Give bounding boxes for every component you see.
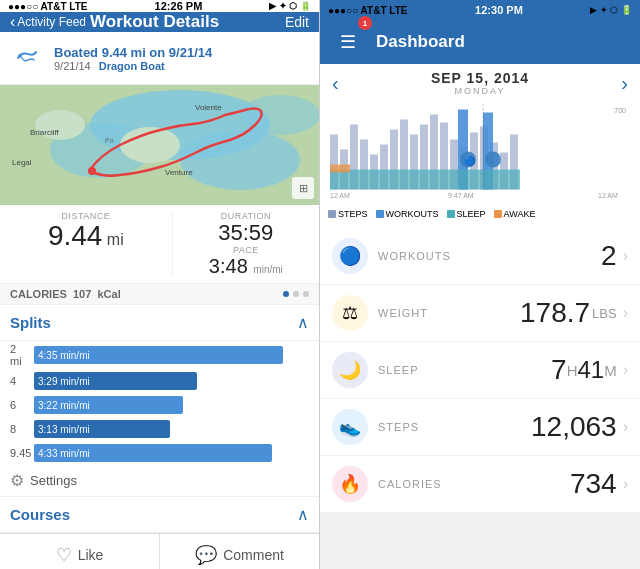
courses-title: Courses <box>10 506 70 523</box>
settings-row[interactable]: ⚙ Settings <box>0 465 319 496</box>
sleep-value-m: 41 <box>577 356 604 384</box>
nav-placeholder <box>600 20 630 64</box>
svg-text:Po: Po <box>105 137 114 144</box>
duration-value: 35:59 <box>183 221 309 245</box>
split-bar-container-4: 3:13 min/mi <box>34 420 305 438</box>
back-button[interactable]: ‹ Activity Feed <box>10 13 86 31</box>
steps-legend-color <box>328 210 336 218</box>
activity-chart: 700 <box>328 102 632 202</box>
split-time-3: 3:22 min/mi <box>38 400 90 411</box>
split-bar-container-5: 4:33 min/mi <box>34 444 305 462</box>
workouts-chevron-icon: › <box>623 247 628 265</box>
workout-type-icon <box>10 40 46 76</box>
steps-metric[interactable]: 👟 STEPS 12,063 › <box>320 399 640 455</box>
split-row-1: 2 mi 4:35 min/mi <box>0 341 319 369</box>
split-row-3: 6 3:22 min/mi <box>0 393 319 417</box>
pace-label: PACE <box>183 245 309 255</box>
split-label-5: 9.45 <box>10 447 30 459</box>
svg-text:700: 700 <box>614 107 626 114</box>
right-time: 12:30 PM <box>475 4 523 16</box>
legend-steps: STEPS <box>328 209 368 219</box>
workouts-label: WORKOUTS <box>378 250 601 262</box>
split-time-1: 4:35 min/mi <box>38 350 90 361</box>
svg-text:⊞: ⊞ <box>299 182 308 194</box>
left-carrier: ●●●○○ AT&T LTE <box>8 1 87 12</box>
legend-workouts: WORKOUTS <box>376 209 439 219</box>
left-status-icons: ▶ ✦ ⬡ 🔋 <box>269 1 311 11</box>
split-bar-container-3: 3:22 min/mi <box>34 396 305 414</box>
distance-unit: mi <box>107 231 124 248</box>
svg-text:🔵: 🔵 <box>464 155 476 167</box>
next-date-button[interactable]: › <box>621 72 628 95</box>
svg-text:Legal: Legal <box>12 158 32 167</box>
sleep-legend-color <box>447 210 455 218</box>
menu-button[interactable]: ☰ 1 <box>330 20 366 64</box>
weight-metric[interactable]: ⚖ WEIGHT 178.7 LBS › <box>320 285 640 341</box>
calories-metric[interactable]: 🔥 CALORIES 734 › <box>320 456 640 512</box>
weight-icon: ⚖ <box>332 295 368 331</box>
split-time-5: 4:33 min/mi <box>38 448 90 459</box>
heart-icon: ♡ <box>56 544 72 566</box>
courses-chevron-icon[interactable]: ∧ <box>297 505 309 524</box>
dot-1 <box>283 291 289 297</box>
back-arrow-icon: ‹ <box>10 13 15 31</box>
like-button[interactable]: ♡ Like <box>0 534 160 569</box>
svg-rect-39 <box>330 165 350 173</box>
back-label: Activity Feed <box>17 15 86 29</box>
left-panel: ●●●○○ AT&T LTE 12:26 PM ▶ ✦ ⬡ 🔋 ‹ Activi… <box>0 0 320 569</box>
right-carrier: ●●●○○ AT&T LTE <box>328 5 407 16</box>
split-label-1: 2 mi <box>10 343 30 367</box>
split-row-2: 4 3:29 min/mi <box>0 369 319 393</box>
map-area: Briarcliff Legal Venture Volente Po ⊞ <box>0 85 320 205</box>
split-time-2: 3:29 min/mi <box>38 376 90 387</box>
split-bar-container-2: 3:29 min/mi <box>34 372 305 390</box>
workout-header: Boated 9.44 mi on 9/21/14 9/21/14 Dragon… <box>0 32 319 85</box>
steps-value: 12,063 <box>531 411 617 443</box>
like-label: Like <box>78 547 104 563</box>
pace-value: 3:48 min/mi <box>183 255 309 277</box>
stats-row: DISTANCE 9.44 mi DURATION 35:59 PACE 3:4… <box>0 205 319 284</box>
svg-text:12 AM: 12 AM <box>330 192 350 199</box>
split-label-2: 4 <box>10 375 30 387</box>
bottom-bar: ♡ Like 💬 Comment <box>0 533 319 569</box>
sleep-unit-m: M <box>604 362 617 379</box>
date-main: SEP 15, 2014 <box>431 70 529 86</box>
splits-chevron-icon[interactable]: ∧ <box>297 313 309 332</box>
splits-table: 2 mi 4:35 min/mi 4 3:29 min/mi 6 3:22 mi… <box>0 341 319 465</box>
sleep-unit-h: H <box>567 362 578 379</box>
date-sub: MONDAY <box>431 86 529 96</box>
comment-button[interactable]: 💬 Comment <box>160 534 319 569</box>
split-row-4: 8 3:13 min/mi <box>0 417 319 441</box>
calories-label: CALORIES 107 kCal <box>10 288 121 300</box>
split-label-4: 8 <box>10 423 30 435</box>
edit-button[interactable]: Edit <box>285 14 309 30</box>
split-bar-2: 3:29 min/mi <box>34 372 197 390</box>
calories-chevron-icon: › <box>623 475 628 493</box>
chart-legend: STEPS WORKOUTS SLEEP AWAKE <box>328 206 632 222</box>
split-bar-5: 4:33 min/mi <box>34 444 272 462</box>
settings-label: Settings <box>30 473 77 488</box>
svg-rect-38 <box>330 170 520 190</box>
sleep-value-h: 7 <box>551 354 567 386</box>
calories-row: CALORIES 107 kCal <box>0 284 319 305</box>
workouts-metric[interactable]: 🔵 WORKOUTS 2 › <box>320 228 640 284</box>
workouts-value: 2 <box>601 240 617 272</box>
split-label-3: 6 <box>10 399 30 411</box>
workout-date: 9/21/14 <box>54 60 91 72</box>
settings-gear-icon: ⚙ <box>10 471 24 490</box>
split-bar-1: 4:35 min/mi <box>34 346 283 364</box>
weight-value: 178.7 <box>520 297 590 329</box>
steps-chevron-icon: › <box>623 418 628 436</box>
right-status-icons: ▶ ✦ ⬡ 🔋 <box>590 5 632 15</box>
right-nav-bar: ☰ 1 Dashboard <box>320 20 640 64</box>
prev-date-button[interactable]: ‹ <box>332 72 339 95</box>
left-time: 12:26 PM <box>155 0 203 12</box>
metrics-list: 🔵 WORKOUTS 2 › ⚖ WEIGHT 178.7 LBS › 🌙 SL… <box>320 228 640 569</box>
sleep-metric[interactable]: 🌙 SLEEP 7 H 41 M › <box>320 342 640 398</box>
sleep-label: SLEEP <box>378 364 551 376</box>
sleep-chevron-icon: › <box>623 361 628 379</box>
svg-point-42 <box>485 152 501 168</box>
svg-point-3 <box>180 130 300 190</box>
page-dots <box>283 291 309 297</box>
svg-text:Briarcliff: Briarcliff <box>30 128 60 137</box>
